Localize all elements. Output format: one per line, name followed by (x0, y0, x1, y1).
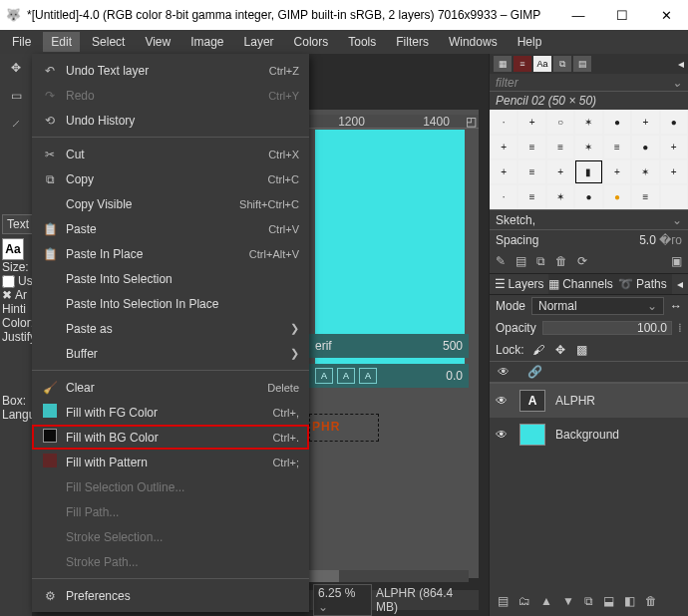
blend-mode-select[interactable]: Normal⌄ (531, 297, 664, 315)
open-as-image-icon[interactable]: ▣ (671, 254, 682, 268)
lower-layer-icon[interactable]: ▼ (562, 594, 574, 608)
menu-windows[interactable]: Windows (441, 32, 506, 52)
menu-copy[interactable]: ⧉CopyCtrl+C (32, 166, 309, 191)
menu-clear[interactable]: 🧹ClearDelete (32, 375, 309, 400)
tool-rect-select-icon[interactable]: ▭ (0, 82, 32, 110)
layer-row[interactable]: 👁 A ALPHR (490, 384, 688, 418)
zoom-level[interactable]: 6.25 % ⌄ (313, 584, 372, 616)
tab-layers[interactable]: ☰Layers (490, 274, 548, 294)
menu-paste[interactable]: 📋PasteCtrl+V (32, 216, 309, 241)
opacity-slider[interactable]: 100.0 (542, 321, 672, 335)
menu-stroke-path[interactable]: Stroke Path... (32, 549, 309, 574)
duplicate-brush-icon[interactable]: ⧉ (536, 254, 545, 268)
menu-fill-path[interactable]: Fill Path... (32, 499, 309, 524)
menu-redo[interactable]: ↷RedoCtrl+Y (32, 83, 309, 108)
menu-filters[interactable]: Filters (388, 32, 437, 52)
layer-row[interactable]: 👁 Background (490, 418, 688, 452)
layers-tab-strip: ☰Layers ▦Channels ➰Paths ◂ (490, 273, 688, 295)
chevron-down-icon[interactable]: ⌄ (672, 76, 682, 90)
chevron-down-icon[interactable]: ⌄ (318, 600, 328, 614)
fg-color-swatch-icon (40, 404, 60, 421)
lock-alpha-icon[interactable]: ▩ (574, 343, 590, 357)
dock-tab-fonts-icon[interactable]: Aa (533, 56, 551, 72)
menu-preferences[interactable]: ⚙Preferences (32, 583, 309, 608)
menu-undo[interactable]: ↶Undo Text layerCtrl+Z (32, 58, 309, 83)
eye-icon[interactable]: 👁 (496, 394, 510, 408)
close-button[interactable]: ✕ (650, 8, 682, 23)
layer-name[interactable]: Background (555, 428, 619, 442)
lock-position-icon[interactable]: ✥ (552, 343, 568, 357)
spacing-value[interactable]: 5.0 (639, 233, 656, 247)
menu-fill-selection-outline[interactable]: Fill Selection Outline... (32, 474, 309, 499)
dock-tab-patterns-icon[interactable]: ≡ (514, 56, 531, 72)
maximize-button[interactable]: ☐ (606, 8, 638, 23)
mask-icon[interactable]: ◧ (624, 594, 635, 608)
eye-icon[interactable]: 👁 (496, 428, 510, 442)
menu-undo-history[interactable]: ⟲Undo History (32, 108, 309, 133)
baseline-value[interactable]: 0.0 (446, 369, 463, 383)
menu-fill-bg[interactable]: Fill with BG ColorCtrl+. (32, 425, 309, 450)
menu-fill-fg[interactable]: Fill with FG ColorCtrl+, (32, 400, 309, 425)
merge-down-icon[interactable]: ⬓ (603, 594, 614, 608)
menu-file[interactable]: File (4, 32, 39, 52)
dock-tab-brushes-icon[interactable]: ▦ (494, 56, 512, 72)
refresh-brush-icon[interactable]: ⟳ (577, 254, 587, 268)
font-size-value[interactable]: 500 (443, 339, 463, 353)
menu-fill-pattern[interactable]: Fill with PatternCtrl+; (32, 450, 309, 474)
menu-cut[interactable]: ✂CutCtrl+X (32, 142, 309, 166)
menu-help[interactable]: Help (510, 32, 550, 52)
mode-switch-icon[interactable]: ↔ (670, 299, 682, 313)
menu-select[interactable]: Select (84, 32, 133, 52)
new-group-icon[interactable]: 🗂 (518, 594, 530, 608)
brush-grid[interactable]: ·+○✶●+● +≡≡✶≡●+ +≡+▮+✶+ ·≡✶●●≡ (490, 110, 688, 209)
tool-move-icon[interactable]: ✥ (0, 54, 32, 82)
menu-layer[interactable]: Layer (236, 32, 282, 52)
menu-stroke-selection[interactable]: Stroke Selection... (32, 524, 309, 549)
new-layer-icon[interactable]: ▤ (498, 594, 509, 608)
font-preview-aa[interactable]: Aa (2, 238, 24, 260)
menu-separator (32, 137, 309, 138)
delete-layer-icon[interactable]: 🗑 (645, 594, 657, 608)
menu-paste-into-selection-in-place[interactable]: Paste Into Selection In Place (32, 291, 309, 316)
dock-tab-history-icon[interactable]: ⧉ (553, 56, 571, 72)
text-style-a3-icon[interactable]: A (359, 368, 377, 384)
font-family-fragment[interactable]: erif (315, 339, 332, 353)
horizontal-scrollbar[interactable] (309, 570, 469, 582)
use-editor-checkbox[interactable] (2, 275, 15, 288)
text-layer-box[interactable]: PHR (309, 414, 379, 442)
tab-paths[interactable]: ➰Paths (613, 274, 672, 294)
menu-buffer[interactable]: Buffer❯ (32, 341, 309, 366)
nav-toggle-icon[interactable]: ◰ (466, 115, 477, 129)
menu-paste-into-selection[interactable]: Paste Into Selection (32, 266, 309, 291)
dock-tab-images-icon[interactable]: ▤ (573, 56, 591, 72)
brush-preset-select[interactable]: Sketch,⌄ (490, 209, 688, 229)
scrollbar-thumb[interactable] (309, 570, 339, 582)
menu-edit[interactable]: Edit (43, 32, 80, 52)
layer-name[interactable]: ALPHR (555, 394, 595, 408)
minimize-button[interactable]: — (562, 8, 594, 23)
new-brush-icon[interactable]: ▤ (516, 254, 526, 268)
copy-icon: ⧉ (40, 172, 60, 186)
dock-menu-icon[interactable]: ◂ (672, 274, 688, 294)
delete-brush-icon[interactable]: 🗑 (555, 254, 567, 268)
menu-paste-as[interactable]: Paste as❯ (32, 316, 309, 341)
lock-pixels-icon[interactable]: 🖌 (530, 343, 546, 357)
menu-colors[interactable]: Colors (286, 32, 337, 52)
brush-spacing-row[interactable]: Spacing 5.0 �го (490, 229, 688, 249)
duplicate-layer-icon[interactable]: ⧉ (584, 594, 593, 608)
menu-copy-visible[interactable]: Copy VisibleShift+Ctrl+C (32, 191, 309, 216)
menu-view[interactable]: View (137, 32, 178, 52)
menu-image[interactable]: Image (182, 32, 231, 52)
raise-layer-icon[interactable]: ▲ (540, 594, 552, 608)
tool-measure-icon[interactable]: ⟋ (0, 110, 32, 138)
menu-paste-in-place[interactable]: 📋Paste In PlaceCtrl+Alt+V (32, 241, 309, 266)
text-style-a1-icon[interactable]: A (315, 368, 333, 384)
dock-menu-icon[interactable]: ◂ (678, 57, 684, 71)
close-option-icon[interactable]: ✖ (2, 288, 12, 302)
menu-tools[interactable]: Tools (340, 32, 384, 52)
brush-filter-input[interactable]: filter ⌄ (490, 74, 688, 92)
window-title: *[Untitled]-4.0 (RGB color 8-bit gamma i… (27, 8, 562, 22)
tab-channels[interactable]: ▦Channels (548, 274, 613, 294)
text-style-a2-icon[interactable]: A (337, 368, 355, 384)
edit-brush-icon[interactable]: ✎ (496, 254, 506, 268)
